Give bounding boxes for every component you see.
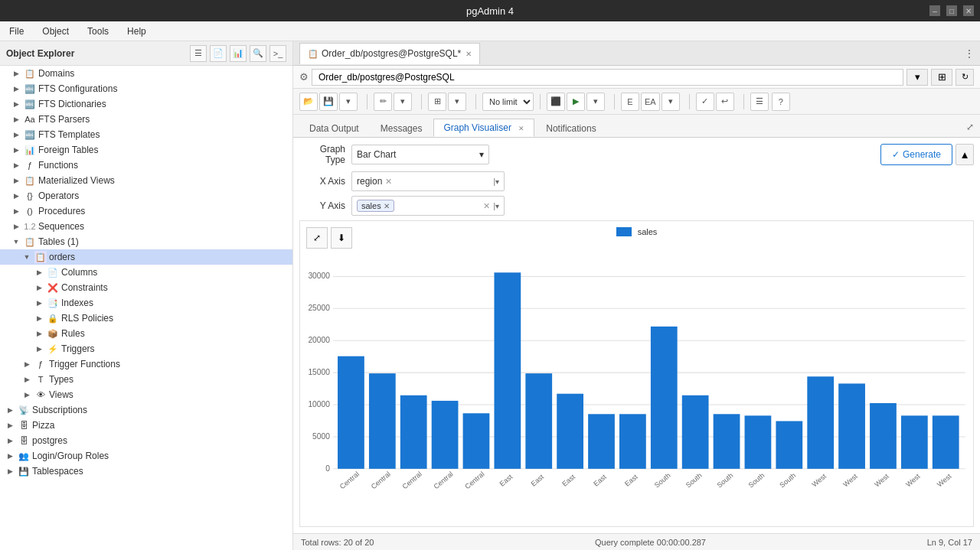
menu-tools[interactable]: Tools xyxy=(84,24,112,38)
y-axis-dropdown-arrow[interactable]: |▾ xyxy=(493,202,499,210)
properties-btn[interactable]: ☰ xyxy=(190,45,207,62)
tree-item-sequences[interactable]: ▶ 1.2 Sequences xyxy=(0,219,292,234)
commit-btn[interactable]: ✓ xyxy=(696,93,714,111)
edit-dropdown-btn[interactable]: ▾ xyxy=(394,93,412,111)
tree-item-rules[interactable]: ▶ 📦 Rules xyxy=(0,326,292,341)
fullscreen-btn[interactable]: ⤢ xyxy=(306,227,328,249)
tree-item-subscriptions[interactable]: ▶ 📡 Subscriptions xyxy=(0,402,292,418)
x-axis-row: X Axis region ✕ |▾ xyxy=(299,171,974,191)
tree-item-columns[interactable]: ▶ 📄 Columns xyxy=(0,265,292,280)
tab-graph-visualiser[interactable]: Graph Visualiser ✕ xyxy=(433,119,534,137)
svg-text:East: East xyxy=(623,473,639,488)
help-btn[interactable]: ? xyxy=(772,93,790,111)
tree-item-fts-configs[interactable]: ▶ 🔤 FTS Configurations xyxy=(0,81,292,96)
tree-item-constraints[interactable]: ▶ ❌ Constraints xyxy=(0,280,292,295)
explain-btn[interactable]: E xyxy=(621,93,639,111)
maximize-btn[interactable]: □ xyxy=(946,5,957,16)
search-btn[interactable]: 🔍 xyxy=(250,45,266,62)
tree-label-domains: Domains xyxy=(38,68,74,79)
tree-item-tablespaces[interactable]: ▶ 💾 Tablespaces xyxy=(0,464,292,479)
tab-bar: 📋 Order_db/postgres@PostgreSQL* ✕ ⋮ xyxy=(293,41,980,66)
tablespaces-icon: 💾 xyxy=(18,465,30,477)
postgres-db-icon: 🗄 xyxy=(18,434,30,447)
generate-btn[interactable]: ✓ Generate xyxy=(880,144,952,165)
tab-notifications[interactable]: Notifications xyxy=(536,119,606,137)
tree-item-domains[interactable]: ▶ 📋 Domains xyxy=(0,66,292,81)
tree-label-tablespaces: Tablespaces xyxy=(32,466,83,477)
download-btn[interactable]: ⬇ xyxy=(331,227,352,249)
macros-btn[interactable]: ☰ xyxy=(750,93,769,111)
stop-btn[interactable]: ⬛ xyxy=(547,93,565,111)
open-file-btn[interactable]: 📂 xyxy=(299,93,318,111)
connection-reload-btn[interactable]: ↻ xyxy=(956,69,974,86)
y-axis-input[interactable]: sales ✕ ✕ |▾ xyxy=(351,196,505,216)
tree-item-fts-dicts[interactable]: ▶ 🔤 FTS Dictionaries xyxy=(0,96,292,112)
y-axis-remove-btn[interactable]: ✕ xyxy=(384,202,390,210)
y-axis-clear-btn[interactable]: ✕ xyxy=(483,201,490,211)
filter-btn[interactable]: ⊞ xyxy=(428,93,446,111)
menu-help[interactable]: Help xyxy=(124,24,149,38)
run-dropdown-btn[interactable]: ▾ xyxy=(586,93,605,111)
x-axis-dropdown-arrow[interactable]: |▾ xyxy=(493,177,499,186)
tab-data-output[interactable]: Data Output xyxy=(299,119,369,137)
tree-item-pizza[interactable]: ▶ 🗄 Pizza xyxy=(0,418,292,433)
minimize-btn[interactable]: – xyxy=(929,5,940,16)
close-btn[interactable]: ✕ xyxy=(963,5,974,16)
explain-dropdown-btn[interactable]: ▾ xyxy=(662,93,680,111)
save-btn[interactable]: 💾 xyxy=(319,93,338,111)
tab-order-db[interactable]: 📋 Order_db/postgres@PostgreSQL* ✕ xyxy=(299,43,480,64)
generate-up-btn[interactable]: ▲ xyxy=(956,144,974,165)
menu-object[interactable]: Object xyxy=(39,24,72,38)
explain-analyze-btn[interactable]: EA xyxy=(641,93,660,111)
tab-data-output-label: Data Output xyxy=(309,123,359,134)
tree-item-types[interactable]: ▶ T Types xyxy=(0,372,292,387)
connection-dropdown-btn[interactable]: ▾ xyxy=(906,69,928,86)
svg-text:Central: Central xyxy=(338,470,361,491)
tab-messages[interactable]: Messages xyxy=(371,119,433,137)
statistics-btn[interactable]: 📊 xyxy=(230,45,247,62)
functions-icon: ƒ xyxy=(24,159,36,171)
tree-item-triggers[interactable]: ▶ ⚡ Triggers xyxy=(0,341,292,356)
tree-item-fts-parsers[interactable]: ▶ Aa FTS Parsers xyxy=(0,112,292,127)
tree-item-mat-views[interactable]: ▶ 📋 Materialized Views xyxy=(0,173,292,188)
tree-item-postgres[interactable]: ▶ 🗄 postgres xyxy=(0,433,292,448)
limit-select[interactable]: No limit 100 500 1000 xyxy=(482,93,534,111)
tab-close-btn[interactable]: ✕ xyxy=(466,50,472,58)
tree-item-orders[interactable]: ▼ 📋 orders xyxy=(0,249,292,265)
tree-item-operators[interactable]: ▶ {} Operators xyxy=(0,188,292,203)
fts-dicts-icon: 🔤 xyxy=(24,98,36,110)
status-bar: Total rows: 20 of 20 Query complete 00:0… xyxy=(293,533,980,550)
terminal-btn[interactable]: >_ xyxy=(270,45,286,62)
tree-item-fts-templates[interactable]: ▶ 🔤 FTS Templates xyxy=(0,127,292,142)
bar-12 xyxy=(682,395,709,469)
connection-grid-btn[interactable]: ⊞ xyxy=(931,69,952,86)
tree-item-trigger-functions[interactable]: ▶ ƒ Trigger Functions xyxy=(0,356,292,372)
tab-graph-close[interactable]: ✕ xyxy=(518,125,524,132)
tab-more-btn[interactable]: ⋮ xyxy=(965,48,974,59)
bar-4 xyxy=(432,401,459,469)
sql-btn[interactable]: 📄 xyxy=(210,45,227,62)
rollback-btn[interactable]: ↩ xyxy=(716,93,734,111)
tree-item-indexes[interactable]: ▶ 📑 Indexes xyxy=(0,295,292,311)
tree-item-foreign-tables[interactable]: ▶ 📊 Foreign Tables xyxy=(0,142,292,158)
edit-btn[interactable]: ✏ xyxy=(374,93,392,111)
bar-11 xyxy=(651,327,678,469)
procedures-icon: () xyxy=(24,205,36,217)
expand-icon[interactable]: ⤢ xyxy=(966,122,974,137)
tree-item-views[interactable]: ▶ 👁 Views xyxy=(0,387,292,402)
save-dropdown-btn[interactable]: ▾ xyxy=(339,93,358,111)
graph-type-select[interactable]: Bar Chart ▾ xyxy=(351,145,489,164)
tree-item-roles[interactable]: ▶ 👥 Login/Group Roles xyxy=(0,448,292,464)
x-axis-input[interactable]: region ✕ |▾ xyxy=(351,171,505,191)
tree-item-procedures[interactable]: ▶ () Procedures xyxy=(0,203,292,219)
x-axis-clear-btn[interactable]: ✕ xyxy=(385,177,392,187)
chevron-icon: ▶ xyxy=(11,116,21,123)
connection-input[interactable] xyxy=(312,69,903,86)
tree-item-functions[interactable]: ▶ ƒ Functions xyxy=(0,158,292,173)
tree-item-rls[interactable]: ▶ 🔒 RLS Policies xyxy=(0,311,292,326)
tree-item-tables[interactable]: ▼ 📋 Tables (1) xyxy=(0,234,292,249)
run-btn[interactable]: ▶ xyxy=(567,93,585,111)
filter-dropdown-btn[interactable]: ▾ xyxy=(448,93,466,111)
svg-text:Central: Central xyxy=(401,470,423,491)
menu-file[interactable]: File xyxy=(6,24,27,38)
